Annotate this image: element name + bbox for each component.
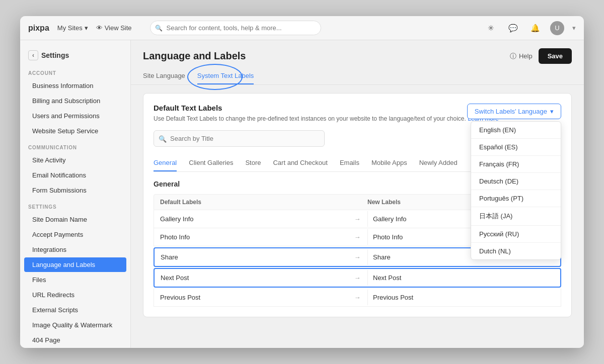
default-label-next-post: Next Post — [155, 269, 347, 287]
sidebar-item-email-notifications[interactable]: Email Notifications — [24, 168, 126, 183]
sidebar-section-communication: COMMUNICATION Site Activity Email Notifi… — [20, 139, 130, 198]
topbar-search-area: 🔍 — [150, 21, 321, 35]
save-button[interactable]: Save — [539, 48, 572, 64]
chat-icon[interactable]: 💬 — [506, 21, 520, 35]
cat-tab-client-galleries[interactable]: Client Galleries — [189, 155, 233, 171]
help-circle-icon: ⓘ — [510, 52, 516, 61]
back-arrow-icon: ‹ — [28, 50, 38, 60]
lang-ru[interactable]: Русский (RU) — [471, 226, 561, 242]
default-label-share: Share — [155, 248, 347, 266]
cat-tab-store[interactable]: Store — [245, 155, 261, 171]
sidebar: ‹ Settings ACCOUNT Business Information … — [20, 40, 131, 348]
sidebar-item-external-scripts[interactable]: External Scripts — [24, 303, 126, 317]
lang-pt[interactable]: Português (PT) — [471, 190, 561, 207]
app-window: pixpa My Sites ▾ 👁 View Site 🔍 ✳ 💬 🔔 U ▾ — [20, 16, 584, 348]
page-title: Language and Labels — [143, 50, 246, 62]
chevron-down-icon: ▾ — [550, 108, 554, 115]
sidebar-item-site-domain[interactable]: Site Domain Name — [24, 212, 126, 227]
view-site-link[interactable]: 👁 View Site — [96, 24, 132, 32]
search-icon: 🔍 — [159, 135, 167, 142]
arrow-icon: → — [347, 215, 367, 223]
default-label-gallery-info: Gallery Info — [154, 210, 347, 228]
sun-icon[interactable]: ✳ — [484, 21, 498, 35]
lang-es[interactable]: Español (ES) — [471, 139, 561, 155]
sidebar-section-settings: SETTINGS Site Domain Name Accept Payment… — [20, 198, 130, 348]
arrow-icon: → — [347, 253, 367, 261]
tab-site-language[interactable]: Site Language — [143, 68, 185, 84]
chevron-down-icon: ▾ — [85, 24, 88, 32]
tab-system-text-wrap: System Text Labels — [197, 68, 254, 84]
lang-ja[interactable]: 日本語 (JA) — [471, 207, 561, 225]
switch-labels-wrap: Switch Labels' Language ▾ English (EN) E… — [467, 104, 561, 119]
settings-back[interactable]: ‹ Settings — [20, 46, 130, 64]
cat-tab-newly-added[interactable]: Newly Added — [419, 155, 458, 171]
cat-tab-emails[interactable]: Emails — [340, 155, 359, 171]
topbar-right-actions: ✳ 💬 🔔 U ▾ — [484, 21, 576, 35]
lang-en[interactable]: English (EN) — [471, 122, 561, 138]
sidebar-section-account: ACCOUNT Business Information Billing and… — [20, 64, 130, 138]
sidebar-item-billing[interactable]: Billing and Subscription — [24, 94, 126, 108]
lang-de[interactable]: Deutsch (DE) — [471, 173, 561, 190]
cat-tab-general[interactable]: General — [154, 155, 177, 171]
arrow-icon: → — [347, 294, 367, 301]
switch-labels-label: Switch Labels' Language — [475, 108, 547, 115]
sidebar-item-image-quality[interactable]: Image Quality & Watermark — [24, 318, 126, 332]
logo: pixpa — [28, 24, 49, 33]
sidebar-item-business-info[interactable]: Business Information — [24, 78, 126, 93]
sidebar-item-language-labels[interactable]: Language and Labels — [24, 257, 126, 272]
new-label-previous-post[interactable] — [367, 290, 561, 305]
sidebar-item-form-submissions[interactable]: Form Submissions — [24, 183, 126, 198]
avatar[interactable]: U — [550, 21, 564, 35]
tab-system-text-labels[interactable]: System Text Labels — [197, 68, 254, 84]
main-area: ‹ Settings ACCOUNT Business Information … — [20, 40, 584, 348]
section-label-account: ACCOUNT — [20, 64, 130, 78]
cat-tab-mobile-apps[interactable]: Mobile Apps — [371, 155, 407, 171]
table-row: Next Post → — [154, 268, 561, 288]
help-button[interactable]: ⓘ Help — [510, 52, 533, 61]
default-label-photo-info: Photo Info — [154, 228, 347, 246]
chevron-down-icon: ▾ — [572, 24, 576, 32]
col-default-labels: Default Labels — [160, 199, 347, 206]
default-label-previous-post: Previous Post — [154, 289, 347, 306]
lang-nl[interactable]: Dutch (NL) — [471, 243, 561, 259]
search-input[interactable] — [154, 130, 325, 147]
my-sites-menu[interactable]: My Sites ▾ — [57, 24, 88, 32]
language-dropdown: English (EN) Español (ES) Français (FR) … — [471, 121, 561, 260]
sidebar-item-accept-payments[interactable]: Accept Payments — [24, 227, 126, 242]
content-header: Language and Labels ⓘ Help Save — [131, 40, 584, 64]
sidebar-item-files[interactable]: Files — [24, 272, 126, 287]
arrow-icon: → — [347, 274, 367, 282]
main-tabs: Site Language System Text Labels — [131, 64, 584, 85]
table-row: Previous Post → — [154, 289, 561, 307]
header-actions: ⓘ Help Save — [510, 48, 572, 64]
settings-title: Settings — [41, 51, 69, 59]
topbar: pixpa My Sites ▾ 👁 View Site 🔍 ✳ 💬 🔔 U ▾ — [20, 16, 584, 40]
eye-icon: 👁 — [96, 24, 103, 32]
sidebar-item-404[interactable]: 404 Page — [24, 333, 126, 347]
search-icon: 🔍 — [155, 25, 163, 32]
sidebar-item-integrations[interactable]: Integrations — [24, 242, 126, 257]
section-label-communication: COMMUNICATION — [20, 139, 130, 152]
sidebar-item-website-setup[interactable]: Website Setup Service — [24, 124, 126, 138]
sidebar-item-users[interactable]: Users and Permissions — [24, 109, 126, 123]
default-text-labels-card: Default Text Labels Use Default Text Lab… — [143, 93, 572, 317]
cat-tab-cart-checkout[interactable]: Cart and Checkout — [273, 155, 327, 171]
topbar-search-input[interactable] — [150, 21, 321, 35]
bell-icon[interactable]: 🔔 — [528, 21, 542, 35]
arrow-icon: → — [347, 233, 367, 241]
new-label-next-post[interactable] — [367, 270, 560, 286]
sidebar-item-url-redirects[interactable]: URL Redirects — [24, 288, 126, 302]
lang-fr[interactable]: Français (FR) — [471, 156, 561, 172]
sidebar-item-site-activity[interactable]: Site Activity — [24, 153, 126, 167]
switch-labels-button[interactable]: Switch Labels' Language ▾ — [467, 104, 561, 119]
help-label: Help — [519, 52, 533, 60]
panel: Default Text Labels Use Default Text Lab… — [131, 93, 584, 348]
my-sites-label: My Sites — [57, 24, 83, 32]
content-area: Language and Labels ⓘ Help Save Site Lan… — [131, 40, 584, 348]
view-site-label: View Site — [105, 24, 132, 32]
section-label-settings: SETTINGS — [20, 198, 130, 212]
